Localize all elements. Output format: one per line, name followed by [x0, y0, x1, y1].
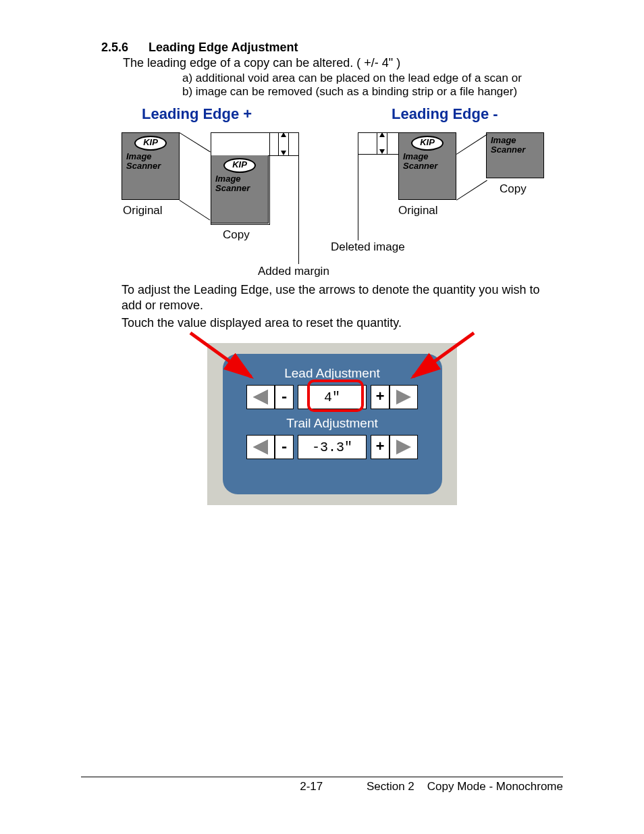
copy-label-2: Copy [500, 182, 527, 196]
kip-logo-icon: KIP [223, 158, 256, 173]
trail-minus-sign: - [275, 435, 294, 459]
diagram-plus-original: KIP ImageScanner [122, 132, 180, 200]
triangle-right-icon [396, 440, 411, 454]
leading-edge-minus-title: Leading Edge - [392, 105, 498, 123]
footer-section: Section 2 [367, 780, 414, 793]
lead-plus-sign: + [371, 385, 390, 409]
deleted-image-leader [358, 132, 358, 240]
original-label: Original [123, 204, 163, 217]
diagram-minus-copy: ImageScanner [486, 132, 544, 178]
body-text-2: Touch the value displayed area to reset … [122, 315, 543, 331]
lead-minus-sign: - [275, 385, 294, 409]
footer-title: Copy Mode - Monochrome [427, 780, 563, 793]
trail-decrease-button[interactable] [246, 435, 275, 459]
trail-value-display[interactable]: -3.3" [298, 435, 367, 459]
copy-label: Copy [223, 228, 250, 242]
sub-a: a) additional void area can be placed on… [182, 72, 563, 85]
added-margin-leader [298, 132, 299, 264]
kip-logo-icon: KIP [134, 136, 167, 151]
original-label-2: Original [398, 204, 438, 217]
page-number: 2-17 [300, 780, 323, 793]
added-margin-label: Added margin [258, 265, 329, 278]
triangle-right-icon [396, 390, 411, 405]
kip-logo-icon: KIP [411, 136, 444, 151]
trail-plus-sign: + [371, 435, 390, 459]
lead-decrease-button[interactable] [246, 385, 275, 409]
page-footer: 2-17 Section 2 Copy Mode - Monochrome [81, 777, 563, 793]
section-heading: 2.5.6Leading Edge Adjustment [101, 41, 563, 55]
lead-value-display[interactable]: 4" [298, 385, 367, 409]
deleted-image-dim-icon [377, 132, 387, 154]
deleted-image-label: Deleted image [331, 240, 405, 254]
body-text-1: To adjust the Leading Edge, use the arro… [122, 282, 543, 314]
adjustment-panel-image: Lead Adjustment - 4" + Trail Adjustment … [207, 343, 457, 505]
triangle-left-icon [253, 390, 268, 405]
trail-adjustment-label: Trail Adjustment [223, 416, 442, 431]
leading-edge-diagram: Leading Edge + Leading Edge - KIP ImageS… [108, 105, 563, 274]
diagram-minus-original: KIP ImageScanner [398, 132, 456, 200]
leading-edge-plus-title: Leading Edge + [142, 105, 252, 123]
intro-text: The leading edge of a copy can be altere… [123, 56, 563, 70]
lead-increase-button[interactable] [390, 385, 418, 409]
lead-adjustment-label: Lead Adjustment [223, 366, 442, 381]
adjustment-panel: Lead Adjustment - 4" + Trail Adjustment … [223, 354, 442, 494]
sub-b: b) image can be removed (such as a bindi… [182, 85, 563, 99]
trail-increase-button[interactable] [390, 435, 418, 459]
added-margin-dim-icon [278, 132, 289, 155]
section-number: 2.5.6 [101, 41, 128, 55]
diagram-plus-copy: KIP ImageScanner [211, 155, 269, 224]
triangle-left-icon [253, 440, 268, 454]
section-title: Leading Edge Adjustment [149, 41, 298, 54]
